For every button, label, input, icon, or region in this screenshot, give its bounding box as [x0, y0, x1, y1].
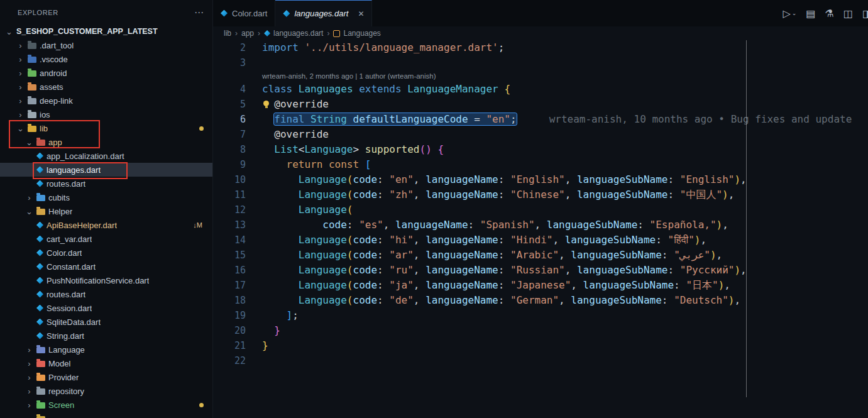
tree-item-label: app: [48, 138, 62, 147]
folder-icon: [36, 361, 45, 367]
code-line-content: Language(code: "ar", languageName: "Arab…: [262, 248, 868, 263]
code-editor[interactable]: 2import '../utils/language_manager.dart'…: [213, 40, 868, 418]
code-line-15[interactable]: 15 Language(code: "ar", languageName: "A…: [213, 248, 868, 263]
line-number: 21: [213, 338, 262, 353]
code-line-12[interactable]: 12 Language(: [213, 202, 868, 217]
tree-file-String.dart[interactable]: String.dart: [0, 329, 212, 343]
tree-file-Constant.dart[interactable]: Constant.dart: [0, 260, 212, 273]
dart-file-icon: [36, 291, 43, 298]
close-icon[interactable]: ✕: [358, 9, 364, 18]
code-line-8[interactable]: 8 List<Language> supported() {: [213, 142, 868, 157]
code-line-14[interactable]: 14 Language(code: "hi", languageName: "H…: [213, 233, 868, 248]
tree-item-label: cubits: [48, 193, 70, 202]
tree-item-label: android: [40, 69, 67, 78]
tree-folder-app[interactable]: ⌄app: [0, 135, 212, 149]
tree-file-Session.dart[interactable]: Session.dart: [0, 301, 212, 315]
code-line-content: Language(code: "ru", languageName: "Russ…: [262, 263, 868, 278]
run-dropdown-button[interactable]: ▷⌄: [783, 8, 796, 19]
explorer-sidebar: EXPLORER ⋯ ⌄ S_ESHOP_CUSTOMER_APP_LATEST…: [0, 0, 213, 418]
tree-folder-Language[interactable]: ›Language: [0, 343, 212, 356]
breadcrumb-item-languages.dart[interactable]: languages.dart: [264, 29, 323, 38]
code-line-21[interactable]: 21}: [213, 338, 868, 353]
tree-root-folder[interactable]: ⌄ S_ESHOP_CUSTOMER_APP_LATEST: [0, 25, 212, 38]
code-line-22[interactable]: 22: [213, 353, 868, 368]
code-line-content: List<Language> supported() {: [262, 142, 868, 157]
folder-icon: [28, 70, 36, 77]
clipped-action-icon[interactable]: ◨: [862, 8, 868, 19]
tree-file-ApiBaseHelper.dart[interactable]: ApiBaseHelper.dart↓M: [0, 218, 212, 232]
more-actions-icon[interactable]: ⋯: [194, 7, 204, 18]
tree-folder-Provider[interactable]: ›Provider: [0, 370, 212, 384]
breadcrumb-item-lib[interactable]: lib: [224, 29, 231, 38]
code-line-7[interactable]: 7 @override: [213, 127, 868, 142]
tab-Color.dart[interactable]: Color.dart: [213, 0, 275, 26]
explorer-header: EXPLORER ⋯: [0, 0, 212, 25]
tree-file-PushNotificationService.dart[interactable]: PushNotificationService.dart: [0, 273, 212, 287]
line-number: 4: [213, 82, 262, 97]
dart-file-icon: [36, 263, 43, 270]
tree-folder-deep-link[interactable]: ›deep-link: [0, 94, 212, 107]
tree-folder-Screen[interactable]: ›Screen: [0, 398, 212, 412]
tree-file-routes.dart[interactable]: routes.dart: [0, 287, 212, 301]
tree-item-label: Constant.dart: [47, 262, 96, 272]
code-line-13[interactable]: 13 code: "es", languageName: "Spanish", …: [213, 217, 868, 233]
code-line-16[interactable]: 16 Language(code: "ru", languageName: "R…: [213, 263, 868, 278]
code-line-9[interactable]: 9 return const [: [213, 157, 868, 172]
folder-icon: [36, 140, 45, 146]
tree-folder-assets[interactable]: ›assets: [0, 80, 212, 94]
breadcrumb-item-Languages[interactable]: Languages: [333, 29, 380, 38]
tree-folder-Model[interactable]: ›Model: [0, 356, 212, 370]
layout-panel-icon[interactable]: ▤: [806, 8, 815, 19]
code-line-2[interactable]: 2import '../utils/language_manager.dart'…: [213, 40, 868, 55]
code-line-4[interactable]: 4class Languages extends LanguageManager…: [213, 82, 868, 97]
chevron-collapsed-icon: ›: [16, 41, 25, 50]
code-line-18[interactable]: 18 Language(code: "de", languageName: "G…: [213, 293, 868, 308]
tree-item-label: cart_var.dart: [47, 234, 92, 244]
tree-file-SqliteData.dart[interactable]: SqliteData.dart: [0, 315, 212, 329]
root-folder-label: S_ESHOP_CUSTOMER_APP_LATEST: [16, 27, 158, 36]
line-number: 12: [213, 202, 262, 217]
code-line-10[interactable]: 10 Language(code: "en", languageName: "E…: [213, 172, 868, 187]
tree-folder-repository[interactable]: ›repository: [0, 384, 212, 398]
code-line-19[interactable]: 19 ];: [213, 308, 868, 323]
tree-folder-lib[interactable]: ⌄lib: [0, 121, 212, 135]
tree-folder-cubits[interactable]: ›cubits: [0, 190, 212, 204]
line-number: 5: [213, 97, 262, 112]
line-number: 6: [213, 112, 262, 127]
tab-languages.dart[interactable]: languages.dart✕: [275, 0, 372, 26]
tree-folder-Helper[interactable]: ⌄Helper: [0, 204, 212, 218]
tree-folder-.vscode[interactable]: ›.vscode: [0, 52, 212, 66]
lightbulb-icon[interactable]: [263, 101, 269, 106]
code-line-content: import '../utils/language_manager.dart';: [262, 40, 868, 55]
tree-file-languages.dart[interactable]: languages.dart: [0, 163, 212, 177]
tree-item-label: Model: [48, 359, 70, 368]
tree-folder-clipped[interactable]: ›: [0, 412, 212, 418]
code-line-3[interactable]: 3: [213, 55, 868, 70]
tree-folder-android[interactable]: ›android: [0, 66, 212, 80]
tree-file-routes.dart[interactable]: routes.dart: [0, 177, 212, 190]
code-line-6[interactable]: 6 final String defaultLanguageCode = "en…: [213, 112, 868, 127]
code-line-content: }: [262, 338, 868, 353]
gutter-spacer: [213, 70, 262, 82]
folder-icon: [36, 375, 45, 381]
tree-file-Color.dart[interactable]: Color.dart: [0, 246, 212, 260]
breadcrumb-item-app[interactable]: app: [241, 29, 254, 38]
code-line-11[interactable]: 11 Language(code: "zh", languageName: "C…: [213, 187, 868, 202]
code-line-5[interactable]: 5 @override: [213, 97, 868, 112]
beaker-icon[interactable]: ⚗: [825, 8, 833, 19]
tree-item-label: Session.dart: [47, 304, 92, 313]
code-line-20[interactable]: 20 }: [213, 323, 868, 338]
breadcrumb: lib›app›languages.dart›Languages: [213, 26, 868, 40]
chevron-collapsed-icon: ›: [16, 69, 25, 77]
codelens-row[interactable]: wrteam-anish, 2 months ago | 1 author (w…: [213, 70, 868, 82]
tree-file-app_Localization.dart[interactable]: app_Localization.dart: [0, 149, 212, 163]
code-line-content: @override: [262, 127, 868, 142]
dart-file-icon: [36, 222, 43, 229]
tree-folder-.dart_tool[interactable]: ›.dart_tool: [0, 38, 212, 52]
code-line-17[interactable]: 17 Language(code: "ja", languageName: "J…: [213, 278, 868, 293]
tree-file-cart_var.dart[interactable]: cart_var.dart: [0, 232, 212, 246]
split-editor-icon[interactable]: ◫: [843, 8, 853, 19]
dart-file-icon: [36, 167, 43, 173]
code-line-content: Language(code: "ja", languageName: "Japa…: [262, 278, 868, 293]
tree-folder-ios[interactable]: ›ios: [0, 107, 212, 121]
